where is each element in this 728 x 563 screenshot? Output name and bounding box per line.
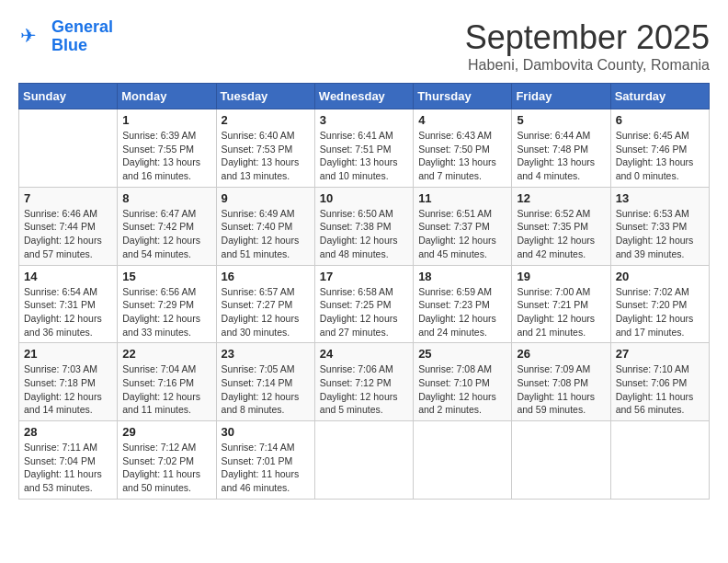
day-info: Sunrise: 7:12 AM Sunset: 7:02 PM Dayligh… [122,441,210,495]
day-info: Sunrise: 6:47 AM Sunset: 7:42 PM Dayligh… [122,207,210,261]
calendar-cell: 4Sunrise: 6:43 AM Sunset: 7:50 PM Daylig… [414,109,512,188]
calendar-cell: 14Sunrise: 6:54 AM Sunset: 7:31 PM Dayli… [19,265,118,343]
day-info: Sunrise: 7:09 AM Sunset: 7:08 PM Dayligh… [517,362,605,417]
day-number: 12 [517,191,605,205]
day-number: 7 [24,191,112,205]
calendar-cell [19,109,118,188]
calendar-cell: 11Sunrise: 6:51 AM Sunset: 7:37 PM Dayli… [414,187,512,265]
day-info: Sunrise: 6:52 AM Sunset: 7:35 PM Dayligh… [517,207,605,261]
day-number: 25 [418,347,506,361]
day-info: Sunrise: 7:10 AM Sunset: 7:06 PM Dayligh… [616,362,704,417]
day-number: 3 [320,113,408,127]
calendar-cell: 3Sunrise: 6:41 AM Sunset: 7:51 PM Daylig… [314,109,413,188]
calendar-cell: 7Sunrise: 6:46 AM Sunset: 7:44 PM Daylig… [19,187,118,265]
day-info: Sunrise: 6:54 AM Sunset: 7:31 PM Dayligh… [24,285,112,339]
day-info: Sunrise: 6:50 AM Sunset: 7:38 PM Dayligh… [320,207,408,261]
calendar-week-row: 14Sunrise: 6:54 AM Sunset: 7:31 PM Dayli… [19,265,710,343]
calendar-week-row: 1Sunrise: 6:39 AM Sunset: 7:55 PM Daylig… [19,109,710,188]
calendar-cell: 26Sunrise: 7:09 AM Sunset: 7:08 PM Dayli… [512,343,610,421]
calendar-cell: 17Sunrise: 6:58 AM Sunset: 7:25 PM Dayli… [314,265,413,343]
calendar-cell: 2Sunrise: 6:40 AM Sunset: 7:53 PM Daylig… [216,109,314,188]
day-info: Sunrise: 7:06 AM Sunset: 7:12 PM Dayligh… [320,362,408,417]
calendar-cell: 5Sunrise: 6:44 AM Sunset: 7:48 PM Daylig… [512,109,610,188]
calendar-cell: 29Sunrise: 7:12 AM Sunset: 7:02 PM Dayli… [118,421,216,500]
day-info: Sunrise: 6:46 AM Sunset: 7:44 PM Dayligh… [24,207,112,261]
calendar-cell: 1Sunrise: 6:39 AM Sunset: 7:55 PM Daylig… [118,109,216,188]
calendar-cell: 20Sunrise: 7:02 AM Sunset: 7:20 PM Dayli… [610,265,709,343]
svg-text:✈: ✈ [20,25,37,46]
day-info: Sunrise: 7:02 AM Sunset: 7:20 PM Dayligh… [616,285,704,339]
day-info: Sunrise: 6:58 AM Sunset: 7:25 PM Dayligh… [320,285,408,339]
day-number: 15 [122,270,210,283]
calendar-cell: 23Sunrise: 7:05 AM Sunset: 7:14 PM Dayli… [216,343,314,421]
month-title: September 2025 [465,18,710,57]
day-number: 24 [320,347,408,361]
day-info: Sunrise: 6:51 AM Sunset: 7:37 PM Dayligh… [418,207,506,261]
day-info: Sunrise: 7:04 AM Sunset: 7:16 PM Dayligh… [122,362,210,417]
calendar-cell: 15Sunrise: 6:56 AM Sunset: 7:29 PM Dayli… [118,265,216,343]
day-number: 2 [222,113,310,127]
calendar-week-row: 28Sunrise: 7:11 AM Sunset: 7:04 PM Dayli… [19,421,710,500]
day-info: Sunrise: 6:56 AM Sunset: 7:29 PM Dayligh… [122,285,210,339]
calendar-cell: 9Sunrise: 6:49 AM Sunset: 7:40 PM Daylig… [216,187,314,265]
calendar-cell: 25Sunrise: 7:08 AM Sunset: 7:10 PM Dayli… [414,343,512,421]
logo-line1: General [51,17,113,36]
day-number: 27 [616,347,704,361]
calendar-body: 1Sunrise: 6:39 AM Sunset: 7:55 PM Daylig… [19,109,710,500]
calendar-cell: 12Sunrise: 6:52 AM Sunset: 7:35 PM Dayli… [512,187,610,265]
calendar-cell: 18Sunrise: 6:59 AM Sunset: 7:23 PM Dayli… [414,265,512,343]
calendar-cell: 10Sunrise: 6:50 AM Sunset: 7:38 PM Dayli… [314,187,413,265]
calendar-cell [414,421,512,500]
day-number: 18 [418,270,506,283]
day-number: 26 [517,347,605,361]
weekday-header-cell: Monday [118,84,216,109]
calendar-cell: 13Sunrise: 6:53 AM Sunset: 7:33 PM Dayli… [610,187,709,265]
day-info: Sunrise: 6:39 AM Sunset: 7:55 PM Dayligh… [122,129,210,183]
day-number: 4 [418,113,506,127]
logo-line2: Blue [51,36,87,54]
weekday-header-cell: Friday [512,84,610,109]
day-info: Sunrise: 7:03 AM Sunset: 7:18 PM Dayligh… [24,362,112,417]
calendar-table: SundayMondayTuesdayWednesdayThursdayFrid… [18,83,710,500]
day-number: 1 [122,113,210,127]
calendar-cell [314,421,413,500]
day-number: 10 [320,191,408,205]
day-number: 8 [122,191,210,205]
day-info: Sunrise: 7:05 AM Sunset: 7:14 PM Dayligh… [222,362,310,417]
day-number: 11 [418,191,506,205]
day-number: 13 [616,191,704,205]
day-info: Sunrise: 6:45 AM Sunset: 7:46 PM Dayligh… [616,129,704,183]
day-number: 30 [222,425,310,439]
day-info: Sunrise: 6:57 AM Sunset: 7:27 PM Dayligh… [222,285,310,339]
logo: ✈ General Blue [18,18,113,55]
calendar-cell: 30Sunrise: 7:14 AM Sunset: 7:01 PM Dayli… [216,421,314,500]
day-number: 6 [616,113,704,127]
day-number: 9 [222,191,310,205]
day-number: 19 [517,270,605,283]
day-number: 29 [122,425,210,439]
page-header: ✈ General Blue September 2025 Habeni, Da… [18,18,710,74]
day-info: Sunrise: 6:44 AM Sunset: 7:48 PM Dayligh… [517,129,605,183]
calendar-week-row: 21Sunrise: 7:03 AM Sunset: 7:18 PM Dayli… [19,343,710,421]
day-info: Sunrise: 6:41 AM Sunset: 7:51 PM Dayligh… [320,129,408,183]
day-info: Sunrise: 7:14 AM Sunset: 7:01 PM Dayligh… [222,441,310,495]
day-info: Sunrise: 6:43 AM Sunset: 7:50 PM Dayligh… [418,129,506,183]
day-number: 23 [222,347,310,361]
calendar-cell: 6Sunrise: 6:45 AM Sunset: 7:46 PM Daylig… [610,109,709,188]
calendar-cell: 16Sunrise: 6:57 AM Sunset: 7:27 PM Dayli… [216,265,314,343]
calendar-cell [512,421,610,500]
day-number: 5 [517,113,605,127]
calendar-cell: 22Sunrise: 7:04 AM Sunset: 7:16 PM Dayli… [118,343,216,421]
calendar-week-row: 7Sunrise: 6:46 AM Sunset: 7:44 PM Daylig… [19,187,710,265]
calendar-cell: 27Sunrise: 7:10 AM Sunset: 7:06 PM Dayli… [610,343,709,421]
weekday-header-cell: Thursday [414,84,512,109]
day-info: Sunrise: 6:59 AM Sunset: 7:23 PM Dayligh… [418,285,506,339]
day-number: 16 [222,270,310,283]
calendar-cell: 24Sunrise: 7:06 AM Sunset: 7:12 PM Dayli… [314,343,413,421]
day-number: 28 [24,425,112,439]
weekday-header-cell: Tuesday [216,84,314,109]
weekday-header-cell: Saturday [610,84,709,109]
weekday-header-cell: Wednesday [314,84,413,109]
weekday-header-cell: Sunday [19,84,118,109]
day-number: 21 [24,347,112,361]
